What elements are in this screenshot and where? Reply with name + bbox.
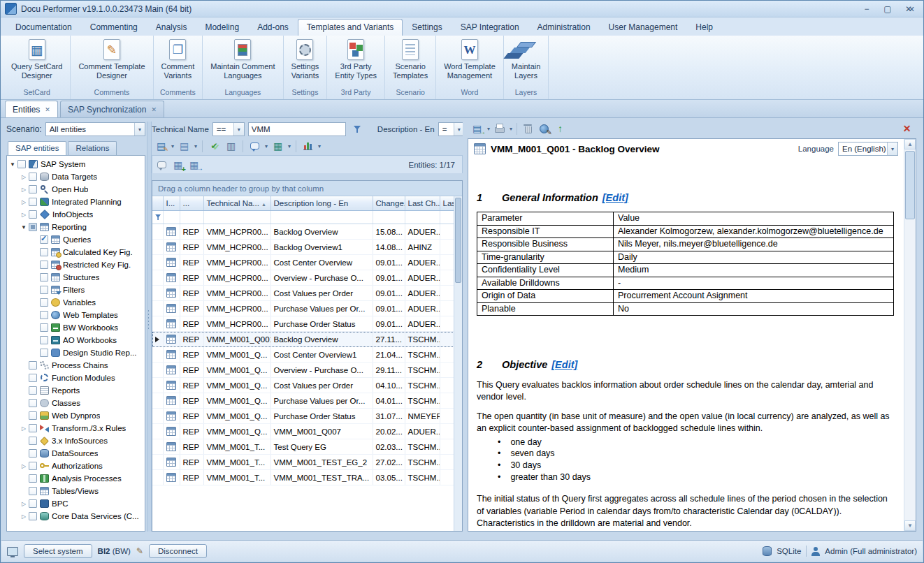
checkbox[interactable] bbox=[29, 361, 37, 370]
add-entity-button[interactable] bbox=[170, 157, 186, 173]
checkbox[interactable] bbox=[29, 512, 37, 520]
expander-icon[interactable] bbox=[20, 212, 28, 218]
layout-button[interactable] bbox=[223, 138, 239, 154]
filter-cell[interactable] bbox=[163, 211, 180, 224]
checkbox[interactable] bbox=[40, 273, 48, 282]
checkbox[interactable] bbox=[29, 499, 37, 508]
language-select[interactable]: En (English) bbox=[838, 142, 898, 156]
table-row[interactable]: REP VMM_M001_Q... VMM_M001_Q007 20.02...… bbox=[152, 424, 454, 439]
tree-item-variables[interactable]: Variables bbox=[8, 296, 145, 309]
comments-view-button[interactable] bbox=[154, 157, 170, 173]
table-row[interactable]: REP VMM_HCPR00... Overview - Purchase O.… bbox=[152, 270, 454, 286]
tree-item-infoobjects[interactable]: InfoObjects bbox=[8, 208, 145, 221]
tree-item-sap-system[interactable]: SAP System bbox=[8, 158, 145, 170]
table-row[interactable]: REP VMM_HCPR00... Backlog Overview1 14.0… bbox=[152, 240, 454, 255]
tab-sap-synchronization[interactable]: SAP Synchronization bbox=[60, 101, 164, 117]
expander-icon[interactable] bbox=[20, 463, 28, 469]
tree-item-function-modules[interactable]: Function Modules bbox=[8, 372, 145, 384]
tab-close-icon[interactable] bbox=[45, 106, 50, 113]
table-row[interactable]: REP VMM_M001_Q... Overview - Purchase O.… bbox=[152, 363, 454, 378]
column-header-description[interactable]: Description long - En bbox=[270, 196, 373, 211]
filter-cell[interactable] bbox=[203, 211, 270, 224]
chevron-down-icon[interactable] bbox=[233, 123, 244, 136]
export-document-button[interactable] bbox=[469, 121, 491, 136]
table-row[interactable]: REP VMM_HCPR00... Backlog Overview 15.08… bbox=[152, 224, 454, 240]
checkbox[interactable] bbox=[40, 286, 48, 294]
checkbox[interactable] bbox=[29, 437, 37, 445]
checkbox[interactable] bbox=[29, 386, 37, 395]
checkbox[interactable] bbox=[29, 223, 37, 231]
settings-variants-button[interactable]: Settings Variants bbox=[289, 38, 322, 81]
tab-close-icon[interactable] bbox=[151, 106, 157, 113]
maximize-button[interactable] bbox=[877, 2, 898, 16]
edit-link[interactable]: [Edit] bbox=[602, 191, 628, 205]
menu-documentation[interactable]: Documentation bbox=[6, 19, 81, 36]
table-row[interactable]: REP VMM_M001_Q... Purchase Values per Or… bbox=[152, 393, 454, 409]
scenario-templates-button[interactable]: Scenario Templates bbox=[390, 38, 431, 81]
menu-administration[interactable]: Administration bbox=[528, 19, 600, 36]
select-system-button[interactable]: Select system bbox=[24, 544, 92, 558]
table-button[interactable] bbox=[270, 138, 292, 154]
tab-sap-entities[interactable]: SAP entities bbox=[8, 141, 66, 155]
checkbox[interactable] bbox=[40, 298, 48, 307]
checkbox[interactable] bbox=[29, 411, 37, 420]
filter-cell[interactable] bbox=[373, 211, 405, 224]
scenario-select[interactable]: All entities bbox=[45, 122, 145, 136]
scroll-down-icon[interactable] bbox=[904, 520, 916, 531]
menu-help[interactable]: Help bbox=[686, 19, 722, 36]
export-entities-button[interactable] bbox=[186, 157, 202, 173]
tree-item-datasources[interactable]: DataSources bbox=[8, 447, 145, 460]
menu-user-management[interactable]: User Management bbox=[600, 19, 687, 36]
expander-icon[interactable] bbox=[20, 199, 28, 205]
expander-icon[interactable] bbox=[20, 501, 28, 507]
column-header-last-changed-by[interactable]: Last Ch... bbox=[405, 196, 440, 211]
table-row[interactable]: REP VMM_M001_T... VMM_M001_TEST_TRA... 0… bbox=[152, 470, 454, 485]
checkbox[interactable] bbox=[29, 487, 37, 495]
document-button[interactable] bbox=[176, 138, 198, 154]
tree-item-classes[interactable]: Classes bbox=[8, 397, 145, 409]
chevron-down-icon[interactable] bbox=[454, 123, 463, 136]
table-row[interactable]: REP VMM_M001_Q... Purchase Order Status … bbox=[152, 409, 454, 424]
checkbox[interactable] bbox=[29, 185, 37, 193]
menu-analysis[interactable]: Analysis bbox=[147, 19, 196, 36]
scrollbar-thumb[interactable] bbox=[455, 198, 461, 283]
group-by-panel[interactable]: Drag a column header to group by that co… bbox=[152, 181, 462, 196]
approve-button[interactable] bbox=[206, 138, 222, 154]
column-header-last[interactable]: Last ... bbox=[440, 196, 454, 211]
tree-item-tables-views[interactable]: Tables/Views bbox=[8, 485, 145, 497]
scroll-up-icon[interactable] bbox=[904, 139, 916, 149]
tree-item-reports[interactable]: Reports bbox=[8, 384, 145, 397]
tree-item-ao-workbooks[interactable]: AO Workbooks bbox=[8, 334, 145, 346]
delete-documentation-button[interactable] bbox=[520, 121, 536, 136]
checkbox[interactable] bbox=[40, 235, 48, 244]
checkbox[interactable] bbox=[29, 449, 37, 458]
tree-item-analysis-processes[interactable]: Analysis Processes bbox=[8, 472, 145, 485]
grid-vertical-scrollbar[interactable] bbox=[454, 196, 462, 531]
document-vertical-scrollbar[interactable] bbox=[904, 139, 916, 531]
comment-button[interactable] bbox=[247, 138, 269, 154]
checkbox[interactable] bbox=[17, 160, 26, 168]
comment-template-designer-button[interactable]: Comment Template Designer bbox=[75, 38, 147, 81]
expander-icon[interactable] bbox=[8, 161, 17, 168]
expander-icon[interactable] bbox=[20, 513, 28, 520]
edit-link[interactable]: [Edit] bbox=[551, 358, 577, 372]
tabstrip-close-icon[interactable] bbox=[909, 5, 915, 14]
close-preview-button[interactable] bbox=[899, 121, 915, 136]
tree-item-design-studio-reports[interactable]: Design Studio Rep... bbox=[8, 346, 145, 359]
checkbox[interactable] bbox=[29, 210, 37, 219]
tree-item-integrated-planning[interactable]: Integrated Planning bbox=[8, 196, 145, 208]
generate-documentation-button[interactable] bbox=[153, 138, 175, 154]
menu-add-ons[interactable]: Add-ons bbox=[248, 19, 298, 36]
column-header-technical-name[interactable]: Technical Na... bbox=[203, 196, 270, 211]
checkbox[interactable] bbox=[40, 349, 48, 357]
table-row[interactable]: REP VMM_M001_Q... Cost Center Overview1 … bbox=[152, 347, 454, 363]
checkbox[interactable] bbox=[29, 474, 37, 483]
table-row[interactable]: REP VMM_M001_T... Test Query EG 02.03...… bbox=[152, 439, 454, 455]
checkbox[interactable] bbox=[40, 323, 48, 332]
tree-item-3x-infosources[interactable]: 3.x InfoSources bbox=[8, 434, 145, 447]
tree-item-authorizations[interactable]: Authorizations bbox=[8, 460, 145, 472]
tree-item-data-targets[interactable]: Data Targets bbox=[8, 170, 145, 183]
print-button[interactable] bbox=[491, 121, 514, 136]
tree-item-bpc[interactable]: BPC bbox=[8, 497, 145, 510]
tab-entities[interactable]: Entities bbox=[5, 101, 58, 117]
